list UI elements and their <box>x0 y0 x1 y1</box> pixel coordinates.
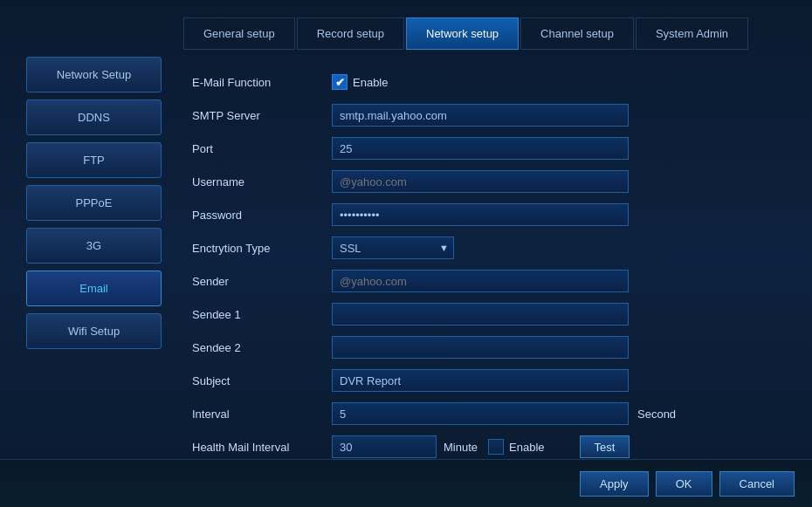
ok-button[interactable]: OK <box>656 471 712 497</box>
test-button[interactable]: Test <box>580 435 630 458</box>
sidebar: Network Setup DDNS FTP PPPoE 3G Email Wi… <box>26 57 162 349</box>
sender-input[interactable] <box>332 270 629 292</box>
port-label: Port <box>192 142 332 155</box>
sendee1-label: Sendee 1 <box>192 308 332 321</box>
second-label: Second <box>637 408 676 421</box>
sidebar-item-3g[interactable]: 3G <box>26 228 162 264</box>
sendee1-input[interactable] <box>332 303 629 325</box>
smtp-server-input[interactable] <box>332 104 629 127</box>
password-input[interactable] <box>332 203 629 226</box>
health-enable-checkbox[interactable] <box>488 439 504 455</box>
username-input[interactable] <box>332 170 629 193</box>
email-function-label: E-Mail Function <box>192 76 332 89</box>
port-input[interactable] <box>332 137 629 160</box>
smtp-server-row: SMTP Server <box>192 103 786 127</box>
sidebar-item-wifi[interactable]: Wifi Setup <box>26 313 162 349</box>
sendee1-row: Sendee 1 <box>192 302 786 326</box>
port-row: Port <box>192 136 786 161</box>
checkmark-icon: ✔ <box>335 76 345 89</box>
encryption-row: Enctrytion Type SSL TLS None ▼ <box>192 236 786 260</box>
tab-general[interactable]: General setup <box>183 17 295 50</box>
sidebar-item-ftp[interactable]: FTP <box>26 142 162 178</box>
tab-system[interactable]: System Admin <box>636 17 748 50</box>
tab-record[interactable]: Record setup <box>297 17 404 50</box>
sendee2-input[interactable] <box>332 336 629 359</box>
cancel-button[interactable]: Cancel <box>719 471 795 497</box>
sidebar-item-network-setup[interactable]: Network Setup <box>26 57 162 92</box>
tab-channel[interactable]: Channel setup <box>520 17 634 50</box>
interval-row: Interval Second <box>192 401 786 426</box>
sidebar-item-ddns[interactable]: DDNS <box>26 99 162 135</box>
tab-bar: General setup Record setup Network setup… <box>183 17 812 50</box>
sendee2-row: Sendee 2 <box>192 335 786 360</box>
interval-input[interactable] <box>332 402 629 425</box>
encryption-label: Enctrytion Type <box>192 242 332 255</box>
interval-label: Interval <box>192 408 332 421</box>
encryption-dropdown-wrap: SSL TLS None ▼ <box>332 236 454 259</box>
username-label: Username <box>192 175 332 188</box>
smtp-server-label: SMTP Server <box>192 109 332 122</box>
subject-input[interactable] <box>332 369 629 392</box>
username-row: Username <box>192 169 786 194</box>
email-enable-wrap: ✔ Enable <box>332 74 388 90</box>
email-enable-checkbox[interactable]: ✔ <box>332 74 348 90</box>
password-label: Password <box>192 209 332 222</box>
sender-row: Sender <box>192 269 786 293</box>
sidebar-item-email[interactable]: Email <box>26 271 162 306</box>
health-mail-row: Health Mail Interval Minute Enable Test <box>192 435 786 459</box>
health-enable-label: Enable <box>509 441 544 454</box>
sidebar-item-pppoe[interactable]: PPPoE <box>26 185 162 221</box>
password-row: Password <box>192 202 786 227</box>
tab-network[interactable]: Network setup <box>406 17 519 50</box>
subject-row: Subject <box>192 368 786 393</box>
enable-label: Enable <box>353 76 388 89</box>
sender-label: Sender <box>192 275 332 288</box>
health-mail-input[interactable] <box>332 435 437 458</box>
email-function-row: E-Mail Function ✔ Enable <box>192 70 786 94</box>
subject-label: Subject <box>192 374 332 387</box>
sendee2-label: Sendee 2 <box>192 341 332 354</box>
minute-label: Minute <box>444 441 478 454</box>
encryption-select[interactable]: SSL TLS None <box>332 236 454 259</box>
health-mail-label: Health Mail Interval <box>192 441 332 454</box>
main-content: E-Mail Function ✔ Enable SMTP Server Por… <box>175 57 803 455</box>
bottom-bar: Apply OK Cancel <box>0 459 812 507</box>
apply-button[interactable]: Apply <box>580 471 649 497</box>
